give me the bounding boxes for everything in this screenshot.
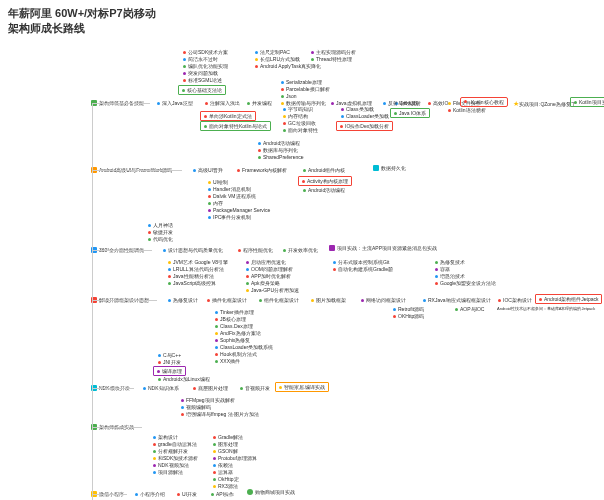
folder-icon bbox=[373, 165, 379, 171]
rocket-icon bbox=[329, 245, 335, 251]
check-icon bbox=[247, 489, 253, 495]
page-title: 年薪阿里 60W+/对标P7岗移动架构师成长路线 bbox=[0, 0, 604, 43]
